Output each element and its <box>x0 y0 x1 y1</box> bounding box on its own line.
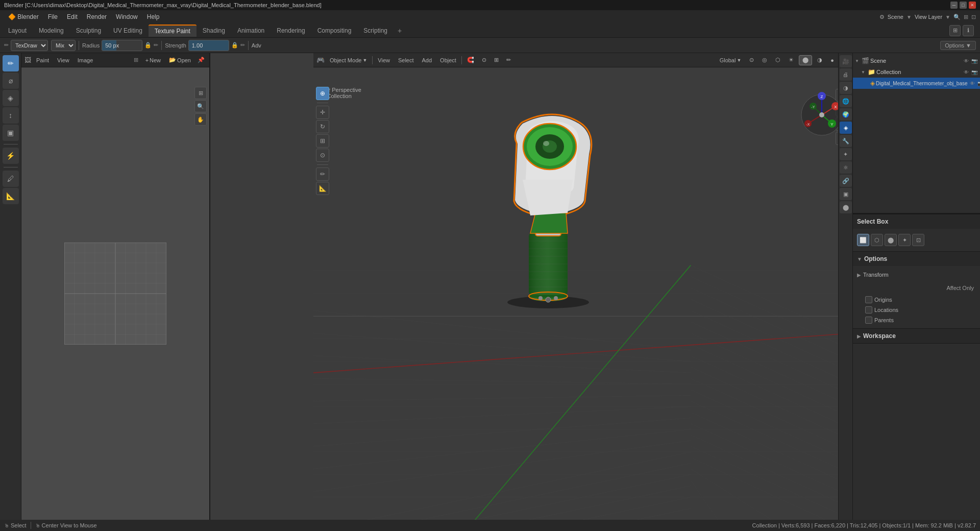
menu-help[interactable]: Help <box>143 12 164 21</box>
particles-props-btn[interactable]: ✦ <box>840 148 852 160</box>
select-box-icon-2[interactable]: ⬤ <box>885 234 897 246</box>
vis-eye-icon[interactable]: 👁 <box>963 58 970 64</box>
uv-pin-icon[interactable]: 📌 <box>196 55 206 65</box>
measure-tool-btn[interactable]: 📐 <box>3 188 19 204</box>
fullscreen-icon[interactable]: ⊞ <box>949 25 961 36</box>
obj-eye-icon[interactable]: 👁 <box>969 81 976 86</box>
paint-mode-selector[interactable]: ✏ TexDraw <box>4 40 48 51</box>
render-props-btn[interactable]: 🎥 <box>840 55 852 67</box>
menu-render[interactable]: Render <box>83 12 111 21</box>
fill-tool-btn[interactable]: ▣ <box>3 125 19 141</box>
proportional-settings-btn[interactable]: ◎ <box>759 55 770 65</box>
constraints-props-btn[interactable]: 🔗 <box>840 175 852 187</box>
transform-btn[interactable]: ⊞ <box>491 55 502 65</box>
mask-tool-btn[interactable]: ⚡ <box>3 148 19 164</box>
select-box-icon-1[interactable]: ⬡ <box>871 234 883 246</box>
select-menu-btn[interactable]: Select <box>395 55 417 65</box>
vp-transform-btn[interactable]: ⊙ <box>316 149 329 162</box>
tab-sculpting[interactable]: Sculpting <box>70 25 107 37</box>
vp-scale-btn[interactable]: ⊞ <box>316 134 329 148</box>
select-box-icon-3[interactable]: ✦ <box>898 234 911 246</box>
coll-eye-icon[interactable]: 👁 <box>963 69 970 75</box>
uv-view-btn[interactable]: View <box>54 55 72 65</box>
vp-move-btn[interactable]: ✛ <box>316 106 329 119</box>
options-label[interactable]: Options ▼ <box>940 41 976 50</box>
menu-edit[interactable]: Edit <box>63 12 82 21</box>
world-props-btn[interactable]: 🌍 <box>840 108 852 120</box>
proportional-btn[interactable]: ⊙ <box>479 55 489 65</box>
uv-zoom-in[interactable]: 🔍 <box>194 100 207 112</box>
select-box-header[interactable]: Select Box <box>853 214 980 229</box>
blend-mode-selector[interactable]: Mix <box>51 40 76 51</box>
xray-btn[interactable]: ☀ <box>786 55 797 65</box>
tab-texture-paint[interactable]: Texture Paint <box>149 25 197 37</box>
vp-measure-btn[interactable]: 📐 <box>316 182 329 195</box>
menu-window[interactable]: Window <box>112 12 142 21</box>
coll-render-icon[interactable]: 📷 <box>971 69 978 75</box>
menu-blender[interactable]: 🔶 Blender <box>4 12 43 21</box>
outliner-scene-item[interactable]: ▼ 🎬 Scene 👁 📷 <box>853 55 980 66</box>
select-box-icon-0[interactable]: ⬜ <box>857 234 869 246</box>
add-workspace-button[interactable]: + <box>394 25 406 37</box>
tab-rendering[interactable]: Rendering <box>271 25 311 37</box>
vp-annotate-btn[interactable]: ✏ <box>316 167 329 181</box>
snap-settings-btn[interactable]: ⊙ <box>746 55 757 65</box>
uv-move-tool[interactable]: ✋ <box>194 113 207 126</box>
strength-lock-icon[interactable]: 🔒 <box>231 42 238 49</box>
overlay-btn[interactable]: ⬡ <box>772 55 783 65</box>
vis-render-icon[interactable]: 📷 <box>971 58 978 64</box>
mode-select[interactable]: TexDraw <box>11 40 48 51</box>
blend-select[interactable]: Mix <box>51 40 76 51</box>
object-menu-btn[interactable]: Object <box>437 55 459 65</box>
data-props-btn[interactable]: ▣ <box>840 188 852 200</box>
minimize-button[interactable]: ─ <box>950 2 958 9</box>
tab-modeling[interactable]: Modeling <box>33 25 70 37</box>
strength-pen-icon[interactable]: ✏ <box>240 42 245 49</box>
adv-btn[interactable]: Adv <box>252 42 261 49</box>
3d-viewport[interactable]: User Perspective (1) Collection ⊕ ✛ ↻ ⊞ … <box>313 67 852 520</box>
obj-render-icon[interactable]: 📷 <box>977 81 980 86</box>
modifier-props-btn[interactable]: 🔧 <box>840 135 852 147</box>
select-box-icon-4[interactable]: ⊡ <box>912 234 924 246</box>
options-header[interactable]: ▼ Options <box>853 252 980 266</box>
radius-slider[interactable]: 50 px <box>102 40 142 51</box>
transform-row[interactable]: ▶ Transform <box>857 269 976 280</box>
radius-lock-icon[interactable]: 🔒 <box>144 42 152 49</box>
object-mode-btn[interactable]: Object Mode ▼ <box>327 55 370 65</box>
outliner-collection-item[interactable]: ▼ 📁 Collection 👁 📷 <box>853 66 980 78</box>
view-menu-btn[interactable]: View <box>375 55 393 65</box>
vp-rotate-btn[interactable]: ↻ <box>316 120 329 133</box>
add-menu-btn[interactable]: Add <box>419 55 435 65</box>
scene-props-btn[interactable]: 🌐 <box>840 95 852 107</box>
annotate-btn[interactable]: ✏ <box>503 55 514 65</box>
uv-view-tool[interactable]: ⊞ <box>194 87 207 99</box>
tab-layout[interactable]: Layout <box>2 25 33 37</box>
tab-compositing[interactable]: Compositing <box>311 25 358 37</box>
smear-tool-btn[interactable]: ◈ <box>3 90 19 106</box>
physics-props-btn[interactable]: ⚛ <box>840 161 852 174</box>
origins-checkbox[interactable] <box>865 296 872 303</box>
uv-new-btn[interactable]: + New <box>142 55 164 65</box>
uv-open-btn[interactable]: 📂 Open <box>166 55 194 65</box>
strength-slider[interactable]: 1.00 <box>188 40 229 51</box>
radius-pen-icon[interactable]: ✏ <box>154 42 158 49</box>
material-props-btn[interactable]: ⬤ <box>840 201 852 213</box>
view-layer-label[interactable]: View Layer <box>915 14 942 20</box>
object-props-btn[interactable]: ◈ <box>840 122 852 134</box>
tab-animation[interactable]: Animation <box>231 25 271 37</box>
transform-space-btn[interactable]: Global ▼ <box>717 55 745 65</box>
shading-solid-btn[interactable]: ⬤ <box>799 55 812 65</box>
snap-btn[interactable]: 🧲 <box>464 55 477 65</box>
output-props-btn[interactable]: 🖨 <box>840 68 852 81</box>
soften-tool-btn[interactable]: ⌀ <box>3 73 19 89</box>
uv-image-btn[interactable]: Image <box>75 55 96 65</box>
tab-scripting[interactable]: Scripting <box>357 25 394 37</box>
clone-tool-btn[interactable]: ↕ <box>3 107 19 124</box>
shading-render-btn[interactable]: ● <box>827 55 837 65</box>
tab-uv-editing[interactable]: UV Editing <box>107 25 149 37</box>
maximize-button[interactable]: □ <box>960 2 967 9</box>
view-layer-props-btn[interactable]: ◑ <box>840 82 852 94</box>
uv-paint-btn[interactable]: Paint <box>33 55 52 65</box>
info-icon[interactable]: ℹ <box>963 25 974 36</box>
tab-shading[interactable]: Shading <box>197 25 231 37</box>
